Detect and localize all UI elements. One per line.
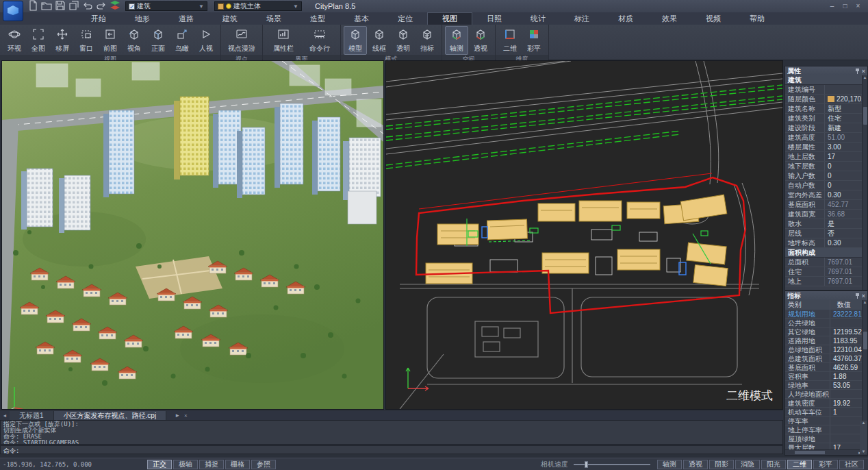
menu-tab-3[interactable]: 建筑 [208,12,252,25]
view-toggle-5[interactable]: 二维 [787,460,812,469]
property-value[interactable]: 51.00 [825,133,862,142]
status-toggle-1[interactable]: 极轴 [173,460,198,469]
app-logo-icon[interactable] [3,1,23,21]
viewport-3d[interactable]: 三维模式 [1,60,384,410]
view-toggle-3[interactable]: 消隐 [735,460,760,469]
status-toggle-2[interactable]: 捕捉 [199,460,224,469]
undo-button[interactable] [81,1,94,12]
command-scrollbar[interactable]: ▲ ▼ [860,421,867,454]
menu-tab-8[interactable]: 视图 [427,12,472,25]
property-value[interactable]: 17 [825,152,862,161]
ribbon-button-indicator-mode[interactable]: 指标 [416,26,439,55]
menu-tab-4[interactable]: 场景 [252,12,296,25]
ribbon-button-fit-view[interactable]: 全图 [27,26,50,55]
maximize-button[interactable]: □ [839,2,851,11]
menu-tab-9[interactable]: 日照 [472,12,516,25]
redo-button[interactable] [95,1,107,12]
tab-close-icon[interactable]: × [184,412,188,419]
view-toggle-6[interactable]: 彩平 [813,460,838,469]
ribbon-button-prev-view[interactable]: 前图 [99,26,122,55]
command-input[interactable]: 命令: [0,445,783,454]
menu-tab-0[interactable]: 开始 [77,12,120,25]
document-tab-1[interactable]: 小区方案发布存视点、路径.cpj [54,411,167,420]
property-value[interactable] [825,85,862,94]
property-value[interactable]: 220,170... [825,95,862,103]
view-toggle-7[interactable]: 社区 [839,460,864,469]
property-value[interactable]: 新建 [825,123,862,132]
scroll-down-icon[interactable]: ▼ [862,449,866,454]
ribbon-button-perspective[interactable]: 透视 [469,26,492,55]
new-file-button[interactable] [27,1,39,12]
status-toggle-3[interactable]: 栅格 [225,460,250,469]
scrollbar-thumb[interactable] [863,332,867,349]
ribbon-button-viewpoint-roam[interactable]: 视点漫游 [224,26,259,55]
viewport-2d-canvas[interactable]: 二维模式 [386,61,782,409]
scroll-up-icon[interactable]: ▲ [863,75,867,79]
status-toggle-0[interactable]: 正交 [147,460,172,469]
ribbon-button-person-view[interactable]: 人视 [194,26,218,55]
status-toggle-4[interactable]: 参照 [251,460,276,469]
ribbon-button-birdseye[interactable]: 鸟瞰 [170,26,194,55]
menu-tab-15[interactable]: 帮助 [735,12,779,25]
property-value[interactable]: 0 [825,181,862,190]
ribbon-button-pan[interactable]: 移屏 [51,26,74,55]
hscrollbar-thumb[interactable] [795,451,825,454]
tab-scroll-left-icon[interactable]: ◄ [0,413,10,418]
ribbon-button-transparent[interactable]: 透明 [392,26,415,55]
property-value[interactable]: 0.30 [825,238,862,247]
close-button[interactable]: × [852,2,864,11]
ribbon-button-wireframe[interactable]: 线框 [368,26,391,55]
document-tab-0[interactable]: 无标题1 [10,411,54,420]
ribbon-button-model[interactable]: 模型 [344,26,367,55]
menu-tab-13[interactable]: 效果 [648,12,691,25]
save-all-button[interactable] [68,1,80,12]
ribbon-button-axonometric[interactable]: 轴测 [445,26,468,55]
minimize-button[interactable]: – [826,2,838,11]
style-dropdown[interactable]: 建筑主体 ▼ [214,1,302,11]
property-value[interactable]: 7697.01 [825,258,862,267]
ribbon-button-property-bar[interactable]: 属性栏 [266,26,301,55]
properties-scrollbar[interactable]: ▲ [862,75,867,290]
scrollbar-thumb[interactable] [863,107,867,125]
pin-icon[interactable] [855,293,860,299]
ribbon-button-command-line[interactable]: 命令行 [302,26,337,55]
view-toggle-1[interactable]: 透视 [683,460,708,469]
menu-tab-2[interactable]: 道路 [164,12,208,25]
ribbon-button-view-angle[interactable]: 视角 [123,26,146,55]
layer-manager-button[interactable] [109,1,121,12]
save-file-button[interactable] [54,1,66,12]
property-value[interactable]: 7697.01 [825,267,862,276]
menu-tab-5[interactable]: 造型 [296,12,340,25]
scroll-up-icon[interactable]: ▲ [862,421,866,425]
property-value[interactable]: 是 [825,219,862,228]
tab-scroll-right-icon[interactable]: ► [175,412,180,419]
close-icon[interactable]: × [862,68,865,75]
ribbon-button-color-plan[interactable]: 彩平 [522,26,546,55]
property-value[interactable]: 452.77 [825,200,862,209]
scroll-up-icon[interactable]: ▲ [863,300,867,304]
property-value[interactable]: 否 [825,229,862,238]
property-value[interactable]: 0.30 [825,190,862,199]
layer-dropdown[interactable]: ✓ 建筑 ▼ [125,1,207,11]
ribbon-button-front-view[interactable]: 正面 [146,26,170,55]
pin-icon[interactable] [855,68,860,74]
menu-tab-7[interactable]: 定位 [383,12,427,25]
ribbon-button-two-d[interactable]: 二维 [498,26,522,55]
menu-tab-10[interactable]: 统计 [516,12,560,25]
camera-speed-slider[interactable] [574,464,650,465]
command-history[interactable]: 指定下一点或 [放弃(U)]:切割生成2个新实体命令: ERASE命令: STA… [0,420,783,445]
property-value[interactable]: 新型 [825,104,862,113]
slider-thumb[interactable] [585,461,588,468]
view-toggle-2[interactable]: 阴影 [709,460,734,469]
menu-tab-6[interactable]: 基本 [340,12,383,25]
view-toggle-0[interactable]: 轴测 [657,460,682,469]
property-value[interactable]: 0 [825,171,862,180]
property-value[interactable]: 3.00 [825,143,862,151]
indicator-hscrollbar[interactable]: ► [785,449,863,455]
property-value[interactable]: 7697.01 [825,277,862,286]
viewport-3d-canvas[interactable]: 三维模式 [2,61,383,409]
property-value[interactable]: 0 [825,162,862,171]
menu-tab-12[interactable]: 材质 [604,12,648,25]
ribbon-button-orbit[interactable]: 环视 [3,26,26,55]
close-icon[interactable]: × [862,293,865,299]
